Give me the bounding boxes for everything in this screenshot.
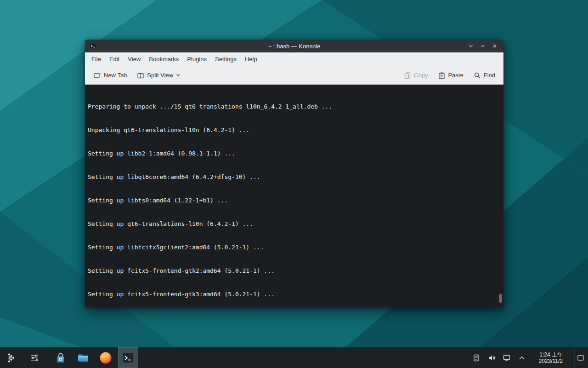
terminal-line: Setting up libb2-1:amd64 (0.98.1-1.1) ..… — [88, 150, 498, 157]
terminal-line: Unpacking qt6-translations-l10n (6.4.2-1… — [88, 126, 498, 134]
digital-clock[interactable]: 1:24 上午 2023/11/2 — [532, 351, 569, 364]
network-display-icon — [503, 354, 511, 362]
show-desktop-icon — [577, 354, 585, 362]
copy-label: Copy — [414, 72, 428, 79]
menubar: File Edit View Bookmarks Plugins Setting… — [85, 52, 503, 66]
terminal-output[interactable]: Preparing to unpack .../15-qt6-translati… — [85, 85, 503, 307]
tray-expander-button[interactable] — [517, 353, 526, 362]
terminal-line: Setting up libts0:amd64 (1.22-1+b1) ... — [88, 196, 498, 204]
search-icon — [474, 72, 481, 79]
clipboard-icon — [472, 354, 481, 362]
chevron-down-icon — [176, 74, 181, 77]
network-display-tray-button[interactable] — [502, 353, 511, 362]
menu-help[interactable]: Help — [241, 54, 261, 64]
find-button[interactable]: Find — [470, 69, 499, 82]
folder-icon — [76, 351, 90, 365]
terminal-line: Preparing to unpack .../15-qt6-translati… — [88, 103, 498, 110]
paste-label: Paste — [448, 72, 463, 79]
system-tray: 1:24 上午 2023/11/2 — [472, 347, 587, 368]
volume-tray-button[interactable] — [487, 353, 496, 362]
taskbar-item-file-manager[interactable] — [73, 347, 93, 368]
terminal-scrollbar[interactable] — [498, 86, 503, 306]
volume-icon — [487, 354, 496, 362]
terminal-line: Setting up fcitx5-frontend-gtk3:amd64 (5… — [88, 290, 498, 298]
toolbar: New Tab Split View Copy — [85, 66, 503, 85]
maximize-button[interactable] — [477, 41, 489, 51]
konsole-window: ~ : bash — Konsole File Edit Vi — [85, 40, 503, 307]
menu-edit[interactable]: Edit — [105, 54, 124, 64]
split-view-label: Split View — [147, 72, 173, 79]
split-view-button[interactable]: Split View — [133, 69, 184, 82]
taskbar-left — [2, 347, 138, 368]
window-title: ~ : bash — Konsole — [85, 43, 503, 50]
taskbar: 1:24 上午 2023/11/2 — [0, 347, 588, 368]
sliders-icon — [29, 352, 40, 363]
taskbar-item-discover[interactable] — [51, 347, 71, 368]
chevron-up-icon — [518, 354, 526, 362]
close-button[interactable] — [489, 41, 501, 51]
copy-button[interactable]: Copy — [400, 69, 431, 82]
close-icon — [492, 43, 498, 49]
taskbar-item-konsole[interactable] — [118, 347, 138, 368]
menu-file[interactable]: File — [87, 54, 105, 64]
menu-bookmarks[interactable]: Bookmarks — [145, 54, 183, 64]
firefox-icon — [99, 351, 113, 365]
paste-icon — [438, 72, 445, 79]
taskbar-item-firefox[interactable] — [96, 347, 116, 368]
terminal-line: Setting up libfcitx5gclient2:amd64 (5.0.… — [88, 243, 498, 251]
clipboard-tray-button[interactable] — [472, 353, 481, 362]
tab-new-icon — [93, 72, 101, 79]
window-controls — [465, 41, 501, 51]
clock-time: 1:24 上午 — [539, 351, 563, 358]
show-desktop-button[interactable] — [574, 347, 586, 368]
app-launcher-button[interactable] — [2, 347, 22, 368]
scrollbar-thumb[interactable] — [499, 294, 502, 303]
terminal-line: Setting up fcitx5-frontend-gtk2:amd64 (5… — [88, 267, 498, 275]
paste-button[interactable]: Paste — [434, 69, 467, 82]
app-launcher-icon — [6, 352, 17, 363]
split-view-icon — [137, 72, 144, 79]
menu-view[interactable]: View — [124, 54, 145, 64]
terminal-line: Setting up libqt6core6:amd64 (6.4.2+dfsg… — [88, 173, 498, 181]
menu-plugins[interactable]: Plugins — [183, 54, 211, 64]
discover-icon — [54, 351, 68, 365]
clock-date: 2023/11/2 — [539, 358, 563, 364]
minimize-button[interactable] — [465, 41, 477, 51]
copy-icon — [404, 72, 411, 79]
new-tab-label: New Tab — [104, 72, 127, 79]
menu-settings[interactable]: Settings — [211, 54, 241, 64]
chevron-up-icon — [480, 43, 486, 49]
chevron-down-icon — [468, 43, 474, 49]
terminal-line: Setting up qt6-translations-l10n (6.4.2-… — [88, 220, 498, 228]
konsole-app-icon — [89, 42, 96, 50]
taskbar-item-sliders[interactable] — [24, 347, 45, 368]
konsole-icon — [121, 351, 135, 365]
find-label: Find — [484, 72, 495, 79]
new-tab-button[interactable]: New Tab — [90, 69, 130, 82]
titlebar[interactable]: ~ : bash — Konsole — [85, 40, 503, 52]
